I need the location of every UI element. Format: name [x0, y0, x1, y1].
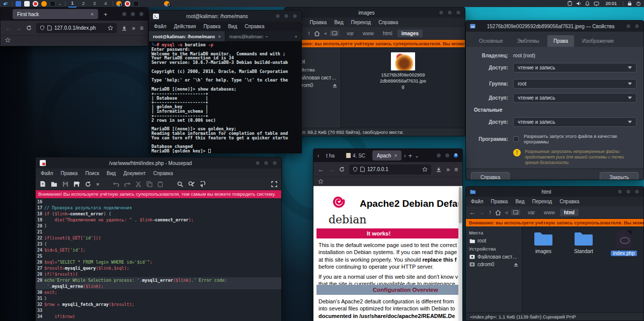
list-tabs-icon[interactable]: ⌄: [415, 153, 419, 158]
menu-item[interactable]: Переход: [532, 199, 552, 204]
new-tab-button[interactable]: +: [409, 152, 413, 159]
device-icon[interactable]: [330, 30, 339, 36]
help-button[interactable]: Справка: [471, 172, 510, 180]
close-button[interactable]: [272, 160, 277, 166]
menu-item[interactable]: Правка: [203, 24, 220, 29]
menu-item[interactable]: Вид: [334, 20, 343, 25]
others-access-select[interactable]: чтение и запись: [513, 117, 636, 127]
browser-launcher-icon[interactable]: [34, 2, 37, 6]
open-file-icon[interactable]: [51, 181, 57, 187]
menu-item[interactable]: Действия: [174, 24, 196, 29]
lock-icon[interactable]: [627, 1, 632, 6]
shield-icon[interactable]: [40, 25, 45, 31]
clipboard-icon[interactable]: [568, 1, 572, 6]
taskbar-firefox-icon[interactable]: 2: [116, 1, 122, 7]
downloads-icon[interactable]: [121, 25, 127, 31]
scroll-tabs-right-icon[interactable]: ›: [404, 153, 406, 158]
menu-item[interactable]: Вид: [228, 24, 237, 29]
tab-close-icon[interactable]: ×: [218, 34, 221, 39]
url-bar[interactable]: 127.0.0.1: [349, 165, 431, 175]
new-tab-button[interactable]: +: [104, 11, 108, 18]
import-bookmarks-star-icon[interactable]: [5, 37, 11, 43]
terminal-launcher-icon[interactable]: [50, 1, 55, 7]
workspace-2[interactable]: 2: [79, 1, 88, 7]
title-bar[interactable]: root@kaliman: /home/mans: [149, 11, 301, 22]
shield-icon[interactable]: [353, 167, 358, 172]
reload-icon[interactable]: [26, 25, 32, 31]
close-button[interactable]: [453, 153, 458, 158]
menu-item[interactable]: Вид: [515, 199, 524, 204]
menu-item[interactable]: Справка: [378, 20, 398, 25]
display-icon[interactable]: [594, 2, 599, 6]
menu-item[interactable]: Правка: [310, 20, 327, 25]
maximize-button[interactable]: [130, 12, 135, 17]
folder-item-standart[interactable]: Standart: [568, 230, 600, 254]
firefox-launcher-icon[interactable]: [41, 1, 47, 7]
eject-icon[interactable]: [514, 263, 518, 267]
tab-close-icon[interactable]: ×: [91, 12, 94, 17]
reload-icon[interactable]: [339, 167, 345, 172]
extensions-overflow-icon[interactable]: »: [132, 25, 135, 32]
file-manager-launcher-icon[interactable]: [16, 1, 21, 7]
minimize-button[interactable]: [255, 160, 260, 166]
chevron-down-icon[interactable]: ⌄: [58, 2, 62, 6]
title-bar[interactable]: html: [466, 187, 643, 197]
file-item-index-php-selected[interactable]: index.php: [608, 230, 640, 256]
tab-close-icon[interactable]: ×: [394, 153, 397, 158]
downloads-icon[interactable]: [436, 167, 442, 173]
owner-access-select[interactable]: чтение и запись: [513, 63, 636, 72]
power-icon[interactable]: [636, 1, 641, 6]
find-icon[interactable]: [177, 181, 183, 187]
apache-default-page[interactable]: debian Apache2 Debian Default Page It wo…: [313, 186, 462, 321]
title-bar[interactable]: images: [285, 8, 465, 18]
bookmark-star-icon[interactable]: [108, 25, 113, 31]
back-icon[interactable]: ←: [469, 209, 475, 216]
browser-tab-partial[interactable]: t ha: [321, 150, 339, 160]
minimize-button[interactable]: [617, 189, 622, 194]
minimize-button[interactable]: [439, 10, 444, 15]
close-button[interactable]: [292, 14, 297, 19]
forward-icon[interactable]: →: [16, 25, 22, 32]
minimize-button[interactable]: [122, 12, 127, 17]
file-item-jpeg[interactable]: 15276b3f09e0029592db899056af7631.jpeg: [380, 52, 426, 90]
volume-icon[interactable]: [576, 1, 581, 6]
notifications-bell-icon[interactable]: [585, 1, 590, 6]
scroll-tabs-left-icon[interactable]: ‹: [317, 153, 319, 158]
terminal-tab-inactive[interactable]: mans@kaliman: ~ ×: [225, 31, 301, 41]
menu-icon[interactable]: ≡: [140, 25, 143, 32]
taskbar-editor-icon[interactable]: [126, 2, 129, 6]
tab-close-icon[interactable]: ×: [294, 34, 297, 39]
maximize-button[interactable]: [447, 10, 452, 15]
menu-item[interactable]: Файл: [471, 199, 484, 204]
menu-item[interactable]: Правка: [61, 171, 78, 176]
menu-item[interactable]: Поиск: [85, 171, 99, 176]
save-as-icon[interactable]: [73, 181, 80, 187]
page-info-icon[interactable]: [360, 167, 365, 172]
workspace-1[interactable]: 1: [68, 0, 76, 8]
maximize-button[interactable]: [626, 189, 631, 194]
breadcrumb-item-www[interactable]: www: [540, 209, 559, 216]
forward-icon[interactable]: →: [479, 209, 485, 216]
minimize-button[interactable]: [436, 153, 441, 158]
close-button[interactable]: [634, 189, 639, 194]
workspace-3[interactable]: 3: [91, 1, 99, 7]
code-editor[interactable]: 16 17// Проверка результата подключения1…: [36, 198, 281, 321]
menu-item[interactable]: Файл: [41, 171, 53, 176]
breadcrumb-item-images[interactable]: images: [397, 30, 423, 37]
menu-item[interactable]: Переход: [351, 20, 371, 25]
reload-file-icon[interactable]: [85, 181, 91, 187]
maximize-button[interactable]: [284, 14, 289, 19]
tab-emblems[interactable]: Эмблемы: [511, 35, 545, 47]
minimize-button[interactable]: [275, 14, 280, 19]
taskbar-firefox2-icon[interactable]: 2: [164, 1, 170, 7]
menu-item[interactable]: Справка: [559, 199, 579, 204]
bookmark-star-icon[interactable]: [422, 167, 428, 172]
page-info-icon[interactable]: [47, 25, 52, 31]
terminal-output[interactable]: └─# mysql -u buratino -pEnter password: …: [149, 41, 301, 153]
up-icon[interactable]: ↑: [489, 209, 492, 216]
back-icon[interactable]: ←: [318, 166, 324, 173]
breadcrumb-item-www[interactable]: www: [359, 30, 378, 37]
home-icon[interactable]: [495, 210, 501, 215]
breadcrumb-item-var[interactable]: var: [343, 30, 358, 37]
taskbar-terminal-icon[interactable]: [133, 1, 139, 7]
